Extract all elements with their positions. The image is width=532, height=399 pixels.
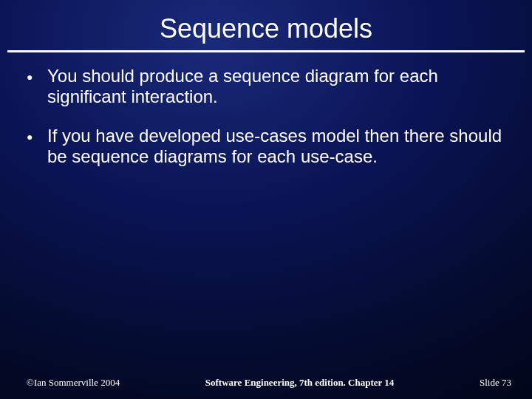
slide: Sequence models ● You should produce a s… xyxy=(0,0,532,399)
bullet-item: ● You should produce a sequence diagram … xyxy=(25,66,507,108)
bullet-text: If you have developed use-cases model th… xyxy=(47,126,507,168)
bullet-text: You should produce a sequence diagram fo… xyxy=(47,66,507,108)
bullet-icon: ● xyxy=(25,126,47,148)
footer-book-title: Software Engineering, 7th edition. Chapt… xyxy=(205,377,395,389)
bullet-item: ● If you have developed use-cases model … xyxy=(25,126,507,168)
title-area: Sequence models xyxy=(0,0,532,49)
slide-title: Sequence models xyxy=(0,13,532,44)
bullet-icon: ● xyxy=(25,66,47,88)
content-area: ● You should produce a sequence diagram … xyxy=(0,52,532,167)
footer-slide-number: Slide 73 xyxy=(480,377,511,389)
footer: ©Ian Sommerville 2004 Software Engineeri… xyxy=(0,377,532,389)
footer-copyright: ©Ian Sommerville 2004 xyxy=(27,377,120,389)
